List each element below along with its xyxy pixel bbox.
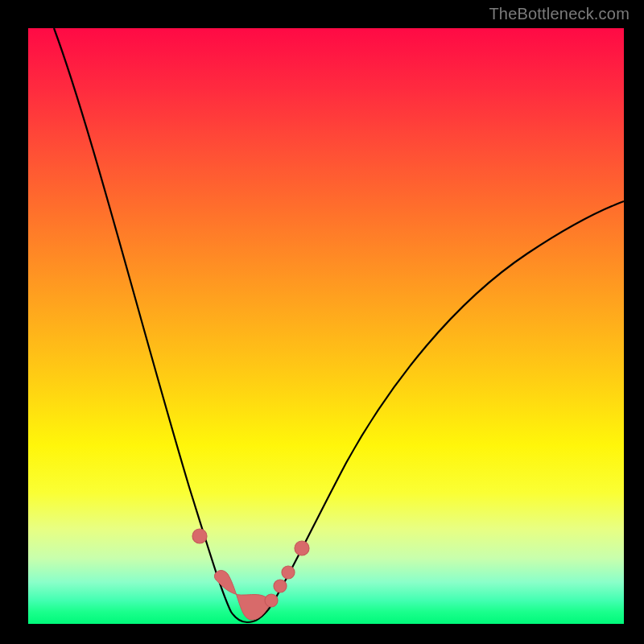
marker-dot xyxy=(295,541,309,555)
watermark-text: TheBottleneck.com xyxy=(489,5,630,23)
curve-markers xyxy=(192,529,309,620)
marker-dot xyxy=(265,594,278,607)
marker-dot xyxy=(192,529,207,543)
plot-area xyxy=(28,28,624,624)
marker-dot xyxy=(282,566,295,579)
marker-dot xyxy=(274,580,287,592)
marker-blob xyxy=(214,571,269,621)
bottleneck-curve-svg xyxy=(28,28,624,624)
bottleneck-curve xyxy=(54,28,624,622)
chart-frame: TheBottleneck.com xyxy=(0,0,644,644)
